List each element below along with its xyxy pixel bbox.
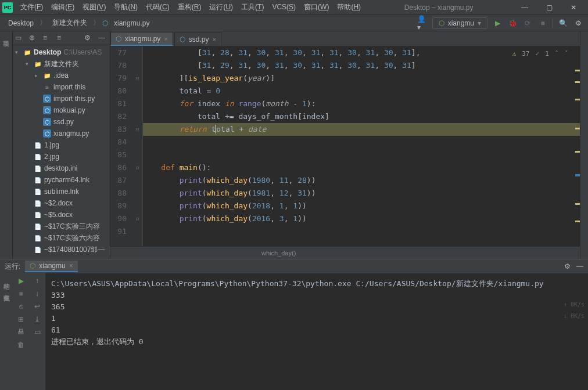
breadcrumb-folder[interactable]: 新建文件夹: [49, 17, 91, 29]
menu-工具(T)[interactable]: 工具(T): [237, 3, 268, 11]
print-button[interactable]: 🖶: [17, 328, 24, 336]
fold-gutter[interactable]: ⊟⊟⊟⊟: [132, 46, 143, 246]
menu-视图(V)[interactable]: 视图(V): [78, 3, 110, 11]
rerun-button[interactable]: ▶: [19, 277, 24, 285]
search-icon[interactable]: 🔍: [558, 18, 568, 28]
run-console[interactable]: ↑ 0K/s ↓ 0K/s C:\Users\ASUS\AppData\Loca…: [45, 273, 588, 390]
exit-button[interactable]: ⎋: [19, 302, 23, 310]
menu-重构(R)[interactable]: 重构(R): [174, 3, 206, 11]
tree-item[interactable]: 📄~$17C实验三内容: [13, 221, 110, 232]
inspection-badge[interactable]: ⚠37 ✓1 ˆ ˇ: [512, 50, 568, 57]
tree-item[interactable]: 📄pycharm64.lnk: [13, 174, 110, 186]
menu-帮助(H)[interactable]: 帮助(H): [333, 3, 365, 11]
run-title: 运行:: [5, 262, 20, 272]
tree-item[interactable]: ≡import this: [13, 81, 110, 93]
tool-project-tab[interactable]: 项目: [2, 34, 10, 38]
breadcrumb-file[interactable]: xiangmu.py: [110, 18, 153, 28]
filter-button[interactable]: ▭: [34, 328, 41, 336]
project-panel: ▭ ⊕ ≡ ≡ ⚙ — ▾📁Desktop C:\Users\AS▾📁新建文件夹…: [13, 31, 110, 259]
tree-item[interactable]: 📄~$2.docx: [13, 197, 110, 209]
menu-代码(C)[interactable]: 代码(C): [142, 3, 174, 11]
stop-button[interactable]: ■: [537, 18, 548, 28]
tool-favorites-tab[interactable]: 收藏夹: [2, 287, 11, 292]
run-panel: 运行: ⬡ xiangmu × ⚙ — 结构 收藏夹 ▶ ■ ⎋ ⊞ 🖶 🗑: [0, 259, 588, 390]
editor-area: ⬡xiangmu.py×⬡ssd.py× 7778798081828384858…: [110, 31, 580, 259]
main-menu: 文件(F)编辑(E)视图(V)导航(N)代码(C)重构(R)运行(U)工具(T)…: [16, 2, 365, 12]
chevron-up-icon[interactable]: ˆ: [555, 50, 559, 57]
close-button[interactable]: ✕: [561, 0, 586, 15]
coverage-button[interactable]: ⟳: [522, 18, 533, 28]
settings-icon[interactable]: ⚙: [573, 18, 583, 28]
tree-item[interactable]: ⬡mokuai.py: [13, 104, 110, 116]
tree-item[interactable]: 📄~$5.docx: [13, 209, 110, 221]
left-tool-rail: 项目: [0, 31, 13, 259]
menu-运行(U)[interactable]: 运行(U): [205, 3, 237, 11]
tree-item[interactable]: 📄1.jpg: [13, 139, 110, 151]
line-number-gutter: 777879808182838485868788899091: [110, 46, 132, 246]
tree-root[interactable]: ▾📁Desktop C:\Users\AS: [13, 46, 110, 58]
warning-icon: ⚠: [512, 50, 517, 57]
tree-item[interactable]: 📄desktop.ini: [13, 162, 110, 174]
editor-tab[interactable]: ⬡xiangmu.py×: [110, 32, 173, 46]
menu-编辑(E)[interactable]: 编辑(E): [47, 3, 78, 11]
editor-body[interactable]: 777879808182838485868788899091 ⊟⊟⊟⊟ ⚠37 …: [110, 46, 580, 246]
minimize-button[interactable]: —: [512, 0, 537, 15]
expand-icon[interactable]: ≡: [43, 34, 52, 43]
gear-icon[interactable]: ⚙: [84, 34, 94, 43]
tool-structure-tab[interactable]: 结构: [2, 276, 11, 280]
netspeed-down: ↓ 0K/s: [564, 310, 585, 322]
hide-icon[interactable]: —: [98, 34, 107, 43]
tree-item[interactable]: ⬡xiangmu.py: [13, 128, 110, 139]
scroll-button[interactable]: ⤓: [34, 315, 40, 323]
chevron-down-icon: ▾: [478, 19, 481, 27]
tree-item[interactable]: 📄~$17C实验六内容: [13, 232, 110, 244]
chevron-down-icon[interactable]: ˇ: [564, 50, 568, 57]
chevron-right-icon: 〉: [40, 18, 46, 28]
maximize-button[interactable]: ▢: [537, 0, 561, 15]
navbar: Desktop 〉 新建文件夹 〉 ⬡ xiangmu.py 👤▾ ⬡ xian…: [0, 15, 588, 31]
tree-item[interactable]: 📄2.jpg: [13, 151, 110, 162]
tree-item[interactable]: ⬡ssd.py: [13, 116, 110, 128]
tree-item[interactable]: ▾📁新建文件夹: [13, 58, 110, 70]
down-button[interactable]: ↓: [35, 290, 39, 298]
stop-run-button[interactable]: ■: [19, 290, 23, 298]
target-icon[interactable]: ⊕: [29, 34, 38, 43]
netspeed-up: ↑ 0K/s: [564, 299, 585, 310]
layout-button[interactable]: ⊞: [18, 315, 24, 323]
gear-icon[interactable]: ⚙: [564, 262, 571, 270]
breadcrumb-root[interactable]: Desktop: [5, 18, 37, 28]
left-tool-rail-bottom: 结构 收藏夹: [0, 273, 13, 390]
project-tree[interactable]: ▾📁Desktop C:\Users\AS▾📁新建文件夹▸📁.idea≡impo…: [13, 45, 110, 259]
up-button[interactable]: ↑: [35, 277, 39, 285]
error-stripe[interactable]: [574, 46, 580, 246]
trash-button[interactable]: 🗑: [17, 341, 24, 349]
close-icon[interactable]: ×: [164, 35, 167, 42]
project-view-icon[interactable]: ▭: [15, 34, 24, 43]
code-area[interactable]: ⚠37 ✓1 ˆ ˇ [31, 28, 31, 30, 31, 30, 31, …: [143, 46, 580, 246]
collapse-icon[interactable]: ≡: [57, 34, 66, 43]
wrap-button[interactable]: ↩: [34, 302, 40, 310]
menu-窗口(W)[interactable]: 窗口(W): [300, 3, 333, 11]
tree-item[interactable]: ▸📁.idea: [13, 70, 110, 81]
menu-导航(N)[interactable]: 导航(N): [110, 3, 142, 11]
window-title: Desktop – xiangmu.py: [365, 3, 512, 12]
close-icon[interactable]: ×: [69, 262, 73, 270]
tree-item[interactable]: ⬡import this.py: [13, 93, 110, 104]
hide-icon[interactable]: —: [576, 262, 583, 270]
run-button[interactable]: ▶: [492, 18, 503, 28]
menu-VCS(S)[interactable]: VCS(S): [268, 3, 300, 11]
tree-item[interactable]: 📄~$1740801007邹—: [13, 244, 110, 255]
run-config-selector[interactable]: ⬡ xiangmu ▾: [432, 17, 487, 29]
tree-item[interactable]: 📄sublime.lnk: [13, 186, 110, 197]
editor-tab[interactable]: ⬡ssd.py×: [174, 32, 221, 46]
chevron-right-icon: 〉: [93, 18, 100, 28]
right-tool-rail: [580, 31, 588, 259]
editor-breadcrumb[interactable]: which_day(): [110, 246, 580, 259]
add-user-icon[interactable]: 👤▾: [417, 18, 428, 28]
main-area: 项目 ▭ ⊕ ≡ ≡ ⚙ — ▾📁Desktop C:\Users\AS▾📁新建…: [0, 31, 588, 259]
debug-button[interactable]: 🐞: [507, 18, 518, 28]
run-tab[interactable]: ⬡ xiangmu ×: [25, 261, 77, 272]
close-icon[interactable]: ×: [213, 36, 216, 43]
check-icon: ✓: [536, 50, 540, 57]
menu-文件(F)[interactable]: 文件(F): [16, 3, 47, 11]
